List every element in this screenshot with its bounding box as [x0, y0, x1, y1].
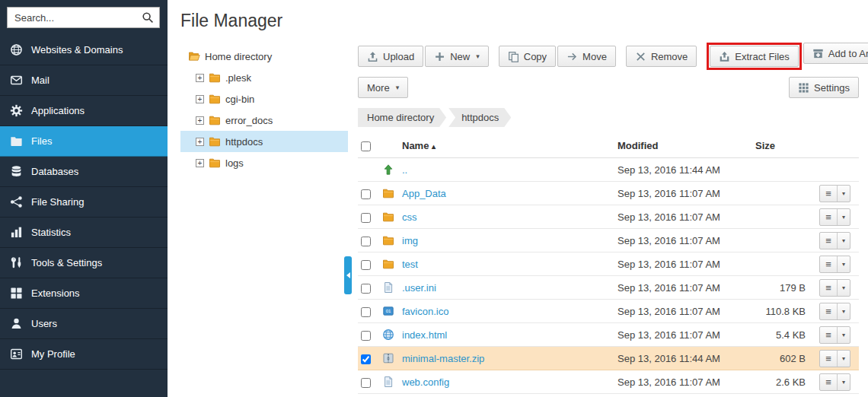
- file-row-minimal-master-zip: minimal-master.zipSep 13, 2016 11:44 AM6…: [358, 347, 859, 370]
- file-row-css: cssSep 13, 2016 11:07 AM≡▾: [358, 205, 859, 229]
- sidebar-item-websites-domains[interactable]: Websites & Domains: [0, 35, 168, 65]
- file-row-user-ini: .user.iniSep 13, 2016 11:07 AM179 B≡▾: [358, 276, 859, 300]
- sidebar-item-tools-settings[interactable]: Tools & Settings: [0, 248, 168, 278]
- file-link[interactable]: .user.ini: [402, 282, 436, 294]
- row-checkbox[interactable]: [361, 213, 371, 223]
- sidebar-item-extensions[interactable]: Extensions: [0, 278, 168, 309]
- caret-down-icon: ▾: [838, 209, 850, 225]
- sidebar-item-applications[interactable]: Applications: [0, 96, 168, 126]
- user-icon: [10, 317, 23, 330]
- row-actions-cell: ≡▾: [816, 347, 859, 370]
- search-icon[interactable]: [142, 11, 154, 24]
- row-checkbox[interactable]: [361, 354, 371, 364]
- plesk-app: Websites & DomainsMailApplicationsFilesD…: [0, 0, 868, 397]
- expand-plus-icon[interactable]: +: [196, 74, 204, 82]
- new-button[interactable]: New▾: [425, 46, 489, 67]
- tree-item-cgi-bin[interactable]: +cgi-bin: [180, 88, 348, 110]
- sidebar-item-my-profile[interactable]: My Profile: [0, 339, 168, 370]
- select-all-checkbox[interactable]: [361, 141, 371, 151]
- modified-column-header[interactable]: Modified: [614, 134, 755, 158]
- breadcrumb-item-httpdocs[interactable]: httpdocs: [448, 108, 511, 127]
- more-button[interactable]: More▾: [358, 77, 408, 98]
- search-input[interactable]: [13, 11, 142, 24]
- row-actions-menu-button[interactable]: ≡▾: [819, 208, 850, 226]
- row-actions-cell: ≡▾: [816, 205, 859, 229]
- remove-button[interactable]: Remove: [626, 46, 697, 67]
- checkbox-cell: [358, 229, 379, 252]
- file-size: [755, 182, 816, 205]
- copy-label: Copy: [524, 51, 547, 62]
- file-link[interactable]: App_Data: [402, 188, 446, 199]
- tree-item-logs[interactable]: +logs: [180, 152, 348, 173]
- file-link[interactable]: img: [402, 235, 418, 246]
- settings-button[interactable]: Settings: [789, 77, 859, 98]
- remove-label: Remove: [651, 51, 688, 62]
- file-row-img: imgSep 13, 2016 11:07 AM≡▾: [358, 229, 859, 252]
- file-link[interactable]: test: [402, 259, 418, 270]
- move-button[interactable]: Move: [557, 46, 616, 67]
- expand-plus-icon[interactable]: +: [196, 159, 204, 167]
- tree-collapse-handle[interactable]: [344, 256, 352, 294]
- file-name-cell: index.html: [399, 323, 614, 347]
- row-checkbox[interactable]: [361, 237, 371, 246]
- more-label: More: [367, 82, 390, 94]
- file-type-cell: [379, 347, 399, 370]
- row-checkbox[interactable]: [361, 284, 371, 294]
- zip-file-icon: [382, 352, 394, 364]
- breadcrumb-item-home-directory[interactable]: Home directory: [358, 108, 446, 127]
- tree-item-error-docs[interactable]: +error_docs: [180, 110, 348, 131]
- row-checkbox[interactable]: [361, 307, 371, 317]
- add-to-archive-label: Add to Archive: [828, 48, 868, 59]
- row-actions-menu-button[interactable]: ≡▾: [819, 232, 850, 249]
- sidebar-item-databases[interactable]: Databases: [0, 157, 168, 187]
- settings-grid-icon: [798, 82, 809, 94]
- row-actions-menu-button[interactable]: ≡▾: [819, 373, 850, 391]
- row-checkbox[interactable]: [361, 260, 371, 270]
- menu-icon: ≡: [820, 351, 838, 367]
- row-actions-menu-button[interactable]: ≡▾: [819, 350, 850, 367]
- add-to-archive-button[interactable]: Add to Archive: [803, 43, 868, 64]
- sidebar-item-users[interactable]: Users: [0, 309, 168, 339]
- file-link[interactable]: ..: [402, 164, 407, 176]
- file-link[interactable]: css: [402, 211, 417, 223]
- sidebar-item-files[interactable]: Files: [0, 126, 168, 157]
- image-file-icon: 01: [382, 305, 394, 317]
- select-all-header: [358, 134, 379, 158]
- extract-files-button[interactable]: Extract Files: [710, 46, 799, 67]
- row-actions-menu-button[interactable]: ≡▾: [819, 279, 850, 297]
- sidebar-item-mail[interactable]: Mail: [0, 65, 168, 96]
- caret-down-icon: ▾: [838, 256, 850, 272]
- row-actions-menu-button[interactable]: ≡▾: [819, 256, 850, 273]
- sidebar-item-statistics[interactable]: Statistics: [0, 218, 168, 248]
- file-link[interactable]: favicon.ico: [402, 306, 448, 317]
- sidebar-item-label: Users: [31, 318, 57, 329]
- upload-button[interactable]: Upload: [358, 46, 423, 67]
- tree-item-plesk[interactable]: +.plesk: [180, 67, 348, 88]
- file-link[interactable]: index.html: [402, 329, 447, 341]
- row-actions-menu-button[interactable]: ≡▾: [819, 303, 850, 320]
- file-size: [755, 205, 816, 229]
- row-checkbox[interactable]: [361, 189, 371, 199]
- file-type-cell: [379, 370, 399, 394]
- name-column-header[interactable]: Name ▴: [399, 134, 614, 158]
- up-icon: [382, 164, 394, 176]
- modified-date: Sep 13, 2016 11:07 AM: [614, 323, 755, 347]
- size-column-header[interactable]: Size: [755, 134, 816, 158]
- file-link[interactable]: web.config: [402, 376, 449, 388]
- archive-group: Extract Files Add to Archive: [707, 43, 868, 70]
- directory-tree-panel: Home directory+.plesk+cgi-bin+error_docs…: [180, 41, 348, 397]
- row-checkbox[interactable]: [361, 378, 371, 388]
- copy-button[interactable]: Copy: [499, 46, 556, 67]
- tree-item-httpdocs[interactable]: +httpdocs: [180, 131, 348, 152]
- row-actions-menu-button[interactable]: ≡▾: [819, 185, 850, 202]
- row-checkbox[interactable]: [361, 331, 371, 341]
- file-link[interactable]: minimal-master.zip: [402, 353, 484, 364]
- folder-icon: [382, 234, 394, 246]
- row-actions-menu-button[interactable]: ≡▾: [819, 326, 850, 344]
- expand-plus-icon[interactable]: +: [196, 95, 204, 103]
- expand-plus-icon[interactable]: +: [196, 116, 204, 125]
- expand-plus-icon[interactable]: +: [196, 138, 204, 146]
- sidebar-item-file-sharing[interactable]: File Sharing: [0, 187, 168, 218]
- tree-root-home-directory[interactable]: Home directory: [180, 46, 348, 67]
- sidebar-item-label: Tools & Settings: [31, 257, 102, 268]
